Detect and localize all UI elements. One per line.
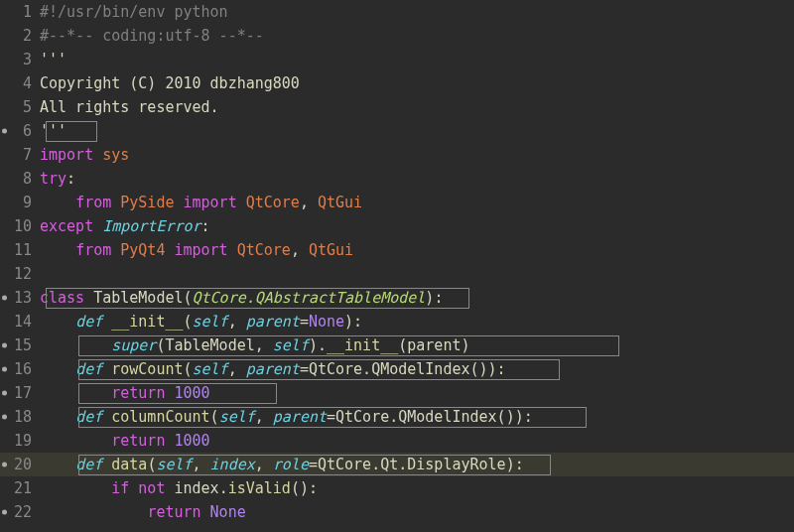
code-content[interactable]: ''' [40,122,66,140]
token-func: __init__ [111,313,183,331]
code-editor[interactable]: 1#!/usr/bin/env python2#--*-- coding:utf… [0,0,794,524]
code-content[interactable]: All rights reserved. [40,98,219,116]
token-string: Copyright (C) 2010 dbzhang800 [40,74,300,92]
token-keyword2: def [75,313,111,331]
code-content[interactable]: from PyQt4 import QtCore, QtGui [40,241,353,259]
token-func: data [111,456,147,473]
token-func: columnCount [111,408,209,426]
code-line[interactable]: 11 from PyQt4 import QtCore, QtGui [0,238,794,262]
line-number: 4 [0,74,40,92]
code-content[interactable]: def data(self, index, role=QtCore.Qt.Dis… [40,456,524,473]
token-op: , [228,360,246,378]
code-line[interactable]: 19 return 1000 [0,429,794,453]
code-line[interactable]: 4Copyright (C) 2010 dbzhang800 [0,71,794,95]
code-content[interactable]: ''' [40,51,66,68]
token-op: ) [479,360,488,378]
modified-dot-icon [2,343,7,348]
code-content[interactable]: if not index.isValid(): [40,479,318,497]
code-content[interactable]: return 1000 [40,432,210,450]
token-keyword: try [40,170,66,188]
line-number: 5 [0,98,40,116]
code-content[interactable]: Copyright (C) 2010 dbzhang800 [40,74,300,92]
code-line[interactable]: 18 def columnCount(self, parent=QtCore.Q… [0,405,794,429]
code-line[interactable]: 21 if not index.isValid(): [0,476,794,500]
code-content[interactable]: class TableModel(QtCore.QAbstractTableMo… [40,289,443,307]
token-plain [40,384,111,402]
code-content[interactable]: from PySide import QtCore, QtGui [40,194,362,211]
code-content[interactable]: except ImportError: [40,217,210,235]
code-content[interactable]: #!/usr/bin/env python [40,3,228,21]
token-plain [40,503,147,521]
token-op: , [228,313,246,331]
token-op: ) [461,336,469,354]
code-line[interactable]: 13class TableModel(QtCore.QAbstractTable… [0,286,794,310]
code-content[interactable]: #--*-- coding:utf-8 --*-- [40,27,264,45]
token-string: ''' [40,122,66,140]
code-content[interactable]: def columnCount(self, parent=QtCore.QMod… [40,408,533,426]
line-number: 14 [0,313,40,331]
token-op: ) [488,360,497,378]
code-line[interactable]: 20 def data(self, index, role=QtCore.Qt.… [0,453,794,476]
token-keyword: return [111,432,174,450]
token-plain: QtCore.QModelIndex [335,408,497,426]
token-keyword: import [184,194,246,211]
code-line[interactable]: 6''' [0,119,794,143]
code-content[interactable]: return 1000 [40,384,210,402]
modified-dot-icon [2,129,7,134]
token-op: ( [147,456,156,473]
token-op: . [318,336,327,354]
code-line[interactable]: 2#--*-- coding:utf-8 --*-- [0,24,794,48]
code-line[interactable]: 8try: [0,167,794,191]
line-number: 21 [0,479,40,497]
token-plain: index [174,479,218,497]
token-plain [40,241,75,259]
code-content[interactable]: return None [40,503,246,521]
token-keyword: from [75,194,120,211]
code-line[interactable]: 5All rights reserved. [0,95,794,119]
token-name: PyQt4 [120,241,174,259]
token-name: PySide [120,194,183,211]
code-line[interactable]: 9 from PySide import QtCore, QtGui [0,191,794,214]
token-param: parent [273,408,327,426]
code-line[interactable]: 14 def __init__(self, parent=None): [0,310,794,333]
token-builtin: ImportError [102,217,200,235]
token-op: , [255,456,273,473]
code-line[interactable]: 7import sys [0,143,794,167]
code-content[interactable]: def rowCount(self, parent=QtCore.QModelI… [40,360,506,378]
token-name: QtCore [237,241,291,259]
token-plain: QtCore.Qt.DisplayRole [318,456,506,473]
token-plain: parent [407,336,461,354]
code-line[interactable]: 3''' [0,48,794,71]
code-line[interactable]: 1#!/usr/bin/env python [0,0,794,24]
token-op: ( [184,313,193,331]
token-plain [40,194,75,211]
line-number: 1 [0,3,40,21]
token-op: ( [470,360,479,378]
code-line[interactable]: 12 [0,262,794,286]
code-content[interactable]: def __init__(self, parent=None): [40,313,362,331]
token-param: self [193,360,228,378]
token-op: ( [291,479,300,497]
code-line[interactable]: 22 return None [0,500,794,524]
token-op: ( [184,360,193,378]
code-content[interactable]: try: [40,170,75,188]
code-content[interactable]: super(TableModel, self).__init__(parent) [40,336,470,354]
token-keyword: class [40,289,93,307]
token-op: . [219,479,228,497]
line-number: 19 [0,432,40,450]
code-line[interactable]: 15 super(TableModel, self).__init__(pare… [0,333,794,357]
token-keyword: return [111,384,174,402]
line-number: 11 [0,241,40,259]
token-op: ) [344,313,353,331]
code-line[interactable]: 10except ImportError: [0,214,794,238]
code-line[interactable]: 16 def rowCount(self, parent=QtCore.QMod… [0,357,794,381]
token-func: __init__ [327,336,398,354]
token-op: ( [398,336,407,354]
token-op: ( [184,289,193,307]
code-content[interactable]: import sys [40,146,129,164]
token-op: : [434,289,443,307]
modified-dot-icon [2,391,7,396]
token-op: , [300,194,318,211]
token-plain [40,313,75,331]
code-line[interactable]: 17 return 1000 [0,381,794,405]
